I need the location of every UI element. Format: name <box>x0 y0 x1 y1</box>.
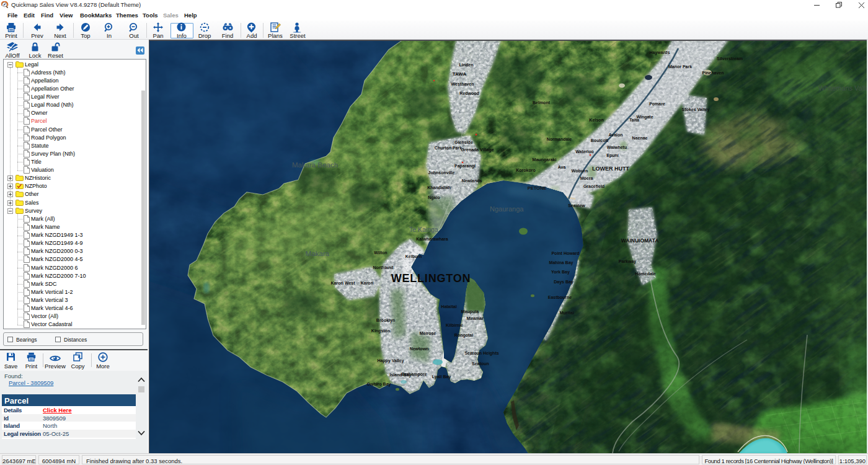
svg-text:Silverstream: Silverstream <box>717 56 743 61</box>
svg-text:Melrose: Melrose <box>420 331 436 335</box>
svg-text:Maupuia: Maupuia <box>461 309 479 314</box>
svg-text:Waterloo: Waterloo <box>575 149 594 154</box>
svg-text:WELLINGTON: WELLINGTON <box>391 272 471 285</box>
svg-text:Pinehaven: Pinehaven <box>702 71 724 75</box>
svg-text:Homedale: Homedale <box>635 272 656 276</box>
svg-text:TAWA: TAWA <box>453 71 467 77</box>
svg-text:Lyall Bay: Lyall Bay <box>432 374 451 379</box>
svg-text:Woburn: Woburn <box>572 169 588 173</box>
svg-text:Johnsonville: Johnsonville <box>428 170 455 175</box>
svg-text:LOWER HUTT: LOWER HUTT <box>592 166 629 172</box>
svg-text:Karori: Karori <box>361 281 374 285</box>
svg-text:WAINUIOMATA: WAINUIOMATA <box>621 237 659 244</box>
svg-text:Ngaio: Ngaio <box>428 195 440 200</box>
svg-text:Te Kainga: Te Kainga <box>409 226 438 233</box>
svg-text:Naenae: Naenae <box>632 136 648 140</box>
svg-text:Mahina Bay: Mahina Bay <box>549 260 574 265</box>
svg-text:Waiwhetu: Waiwhetu <box>607 145 627 149</box>
svg-text:Eastbourne: Eastbourne <box>548 295 572 299</box>
svg-text:Miramar: Miramar <box>466 316 484 321</box>
svg-text:Seatoun: Seatoun <box>472 361 489 366</box>
svg-text:Khandallah: Khandallah <box>427 185 451 190</box>
svg-text:Maungaraki: Maungaraki <box>533 157 557 162</box>
svg-text:Karori West: Karori West <box>330 281 355 285</box>
svg-text:Haywards: Haywards <box>649 50 670 55</box>
svg-text:Kaiwharawhara: Kaiwharawhara <box>416 237 448 241</box>
svg-text:Ngauranga: Ngauranga <box>490 205 524 213</box>
svg-text:Muritai: Muritai <box>560 311 574 315</box>
svg-text:Owhiro Bay: Owhiro Bay <box>367 382 391 387</box>
svg-text:Northland: Northland <box>373 265 393 270</box>
svg-text:Ava: Ava <box>558 165 566 169</box>
svg-text:Newlands: Newlands <box>462 179 482 183</box>
svg-text:Paparangi: Paparangi <box>454 164 476 169</box>
svg-text:Newtown: Newtown <box>410 347 429 351</box>
svg-text:Seatoun Heights: Seatoun Heights <box>464 351 498 356</box>
svg-text:Manor Park: Manor Park <box>668 64 692 69</box>
svg-text:York Bay: York Bay <box>551 270 570 275</box>
svg-text:Grenada Village: Grenada Village <box>461 148 494 153</box>
svg-text:Berhampore: Berhampore <box>401 372 427 377</box>
svg-text:Rongotai: Rongotai <box>454 333 473 338</box>
svg-text:Days Bay: Days Bay <box>554 280 574 285</box>
svg-text:Point Howard: Point Howard <box>551 251 579 255</box>
svg-text:Avalon: Avalon <box>608 133 622 137</box>
svg-text:Stokes Valley: Stokes Valley <box>682 107 710 112</box>
svg-text:Seaview: Seaview <box>568 203 585 208</box>
svg-text:Happy Valley: Happy Valley <box>377 358 404 363</box>
svg-text:Makara Beach: Makara Beach <box>292 161 338 169</box>
svg-text:Pomare: Pomare <box>649 102 665 106</box>
svg-text:Gracefield: Gracefield <box>583 184 604 188</box>
svg-text:Whitemans Valley: Whitemans Valley <box>818 84 867 92</box>
svg-text:Moera: Moera <box>580 176 593 180</box>
svg-text:Korokoro: Korokoro <box>516 168 536 172</box>
svg-text:Churton Park: Churton Park <box>435 146 462 150</box>
svg-text:Kelburn: Kelburn <box>405 254 422 259</box>
svg-text:Redwood: Redwood <box>459 91 479 95</box>
svg-text:Kilbirnie: Kilbirnie <box>446 323 463 327</box>
svg-text:Wingate: Wingate <box>636 115 653 120</box>
svg-text:PETONE: PETONE <box>528 185 547 191</box>
svg-text:Makara: Makara <box>306 250 330 257</box>
svg-text:Boulcott: Boulcott <box>591 138 609 143</box>
svg-text:Kingston: Kingston <box>371 329 390 334</box>
svg-text:Epuni: Epuni <box>606 153 618 158</box>
svg-text:Wilton: Wilton <box>374 250 387 255</box>
svg-text:Parkway: Parkway <box>619 259 637 264</box>
svg-text:Linden: Linden <box>459 63 474 67</box>
svg-text:Normandale: Normandale <box>547 137 572 141</box>
svg-text:Brooklyn: Brooklyn <box>376 318 395 323</box>
svg-text:Belmont: Belmont <box>533 100 551 105</box>
svg-text:Glenside: Glenside <box>454 140 473 144</box>
svg-text:Hataitai: Hataitai <box>441 304 456 309</box>
svg-text:Kelson: Kelson <box>589 118 603 122</box>
svg-text:Westhaven: Westhaven <box>451 82 474 86</box>
